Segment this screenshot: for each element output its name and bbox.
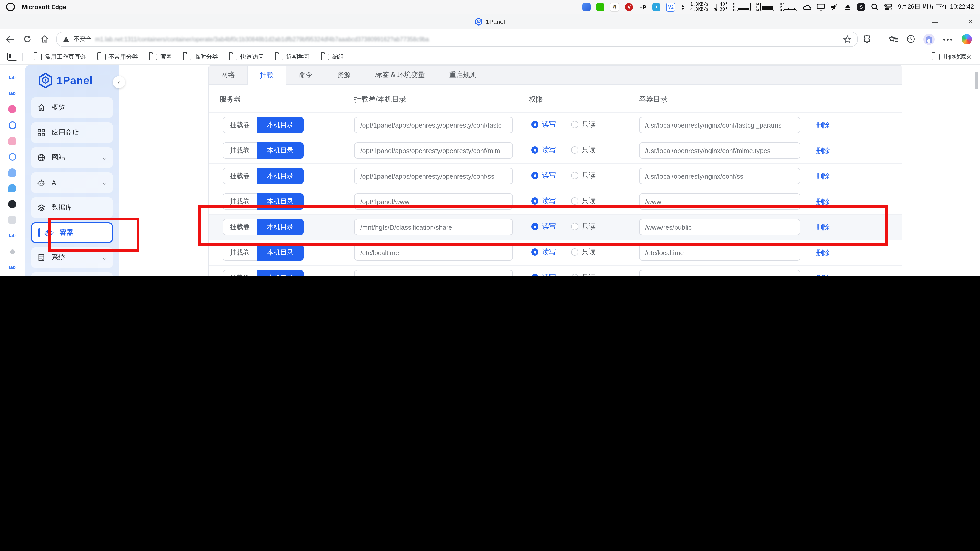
wechat-tray-icon[interactable] — [597, 3, 605, 11]
tab[interactable]: 挂载 — [247, 66, 286, 85]
strip-lab-site-icon[interactable]: lab — [6, 72, 18, 83]
read-only-radio[interactable]: 只读 — [571, 145, 596, 155]
host-path-input[interactable] — [354, 245, 513, 261]
bookmark-folder[interactable]: 官网 — [149, 53, 172, 60]
bookmark-folder[interactable]: 不常用分类 — [97, 53, 138, 60]
sidebar-item-app-store[interactable]: 应用商店 — [31, 122, 113, 143]
sidebar-item-website[interactable]: 网站⌄ — [31, 148, 113, 168]
bookmark-folder[interactable]: 近期学习 — [275, 53, 310, 60]
strip-box-site-icon[interactable] — [6, 214, 18, 225]
read-write-radio[interactable]: 读写 — [531, 222, 556, 231]
strip-bird-site-icon[interactable] — [6, 183, 18, 194]
host-path-input[interactable] — [354, 219, 513, 235]
read-write-radio[interactable]: 读写 — [531, 145, 556, 155]
apple-menu-icon[interactable] — [6, 3, 15, 11]
url-blurred-text[interactable]: m1.lab.net:1311/containers/container/ope… — [95, 36, 839, 42]
cloud-drive-icon[interactable] — [803, 3, 811, 11]
page-scrollbar[interactable] — [975, 72, 978, 89]
volume-toggle-option[interactable]: 挂载卷 — [223, 142, 257, 159]
delete-row-link[interactable]: 删除 — [816, 197, 830, 206]
host-dir-toggle-option[interactable]: 本机目录 — [257, 245, 304, 261]
container-path-input[interactable] — [639, 219, 800, 235]
mount-type-toggle[interactable]: 挂载卷 本机目录 — [223, 245, 304, 261]
read-only-radio[interactable]: 只读 — [571, 222, 596, 231]
container-path-input[interactable] — [639, 142, 800, 159]
v2ray-tray-icon[interactable]: V2 — [667, 2, 676, 11]
security-chip[interactable]: 不安全 — [73, 35, 91, 43]
bookmark-folder[interactable]: 快速访问 — [229, 53, 264, 60]
window-close-button[interactable]: ✕ — [968, 19, 973, 25]
strip-github-site-icon[interactable] — [6, 198, 18, 210]
strip-cloud-site-icon[interactable] — [6, 167, 18, 178]
home-button[interactable] — [37, 32, 52, 46]
volume-toggle-option[interactable]: 挂载卷 — [223, 245, 257, 261]
read-write-radio[interactable]: 读写 — [531, 197, 556, 206]
address-bar[interactable]: 不安全 m1.lab.net:1311/containers/container… — [56, 32, 858, 47]
host-dir-toggle-option[interactable]: 本机目录 — [257, 168, 304, 184]
copilot-icon[interactable] — [962, 34, 972, 44]
temperature-indicator[interactable]: 40°39° — [714, 2, 728, 12]
container-path-input[interactable] — [639, 245, 800, 261]
delete-row-link[interactable]: 删除 — [816, 274, 830, 275]
sidebar-item-system[interactable]: 系统⌄ — [31, 248, 113, 268]
volume-toggle-option[interactable]: 挂载卷 — [223, 270, 257, 275]
host-dir-toggle-option[interactable]: 本机目录 — [257, 270, 304, 275]
paste-tray-icon[interactable]: ⌐P — [639, 3, 647, 11]
v-red-tray-icon[interactable]: V — [625, 3, 633, 11]
strip-globe-site-icon[interactable] — [6, 151, 18, 162]
read-only-radio[interactable]: 只读 — [571, 171, 596, 180]
updown-arrows-icon[interactable]: ▲▼ — [681, 3, 685, 11]
history-icon[interactable] — [907, 35, 915, 43]
sidebar-item-database[interactable]: 数据库 — [31, 197, 113, 218]
network-speed[interactable]: 1.3KB/s4.3KB/s — [690, 2, 709, 12]
host-path-input[interactable] — [354, 193, 513, 210]
strip-lab-site-icon[interactable]: lab — [6, 230, 18, 241]
read-write-radio[interactable]: 读写 — [531, 273, 556, 275]
host-path-input[interactable] — [354, 168, 513, 184]
volume-toggle-option[interactable]: 挂载卷 — [223, 193, 257, 210]
display-icon[interactable] — [817, 3, 825, 11]
strip-paw-site-icon[interactable] — [6, 103, 18, 115]
host-dir-toggle-option[interactable]: 本机目录 — [257, 193, 304, 210]
strip-dot-site-icon[interactable] — [6, 246, 18, 257]
host-dir-toggle-option[interactable]: 本机目录 — [257, 117, 304, 133]
sidebar-item-ai[interactable]: AI⌄ — [31, 172, 113, 193]
active-tab[interactable]: 1Panel — [0, 14, 980, 29]
tab[interactable]: 资源 — [325, 66, 363, 84]
strip-globe-site-icon[interactable] — [6, 119, 18, 130]
window-maximize-button[interactable] — [950, 19, 956, 24]
menu-bar-clock[interactable]: 9月26日 周五 下午 10:22:42 — [898, 3, 974, 11]
tab[interactable]: 网络 — [209, 66, 247, 84]
host-dir-toggle-option[interactable]: 本机目录 — [257, 142, 304, 159]
delete-row-link[interactable]: 删除 — [816, 146, 830, 156]
read-write-radio[interactable]: 读写 — [531, 171, 556, 180]
volume-toggle-option[interactable]: 挂载卷 — [223, 117, 257, 133]
container-path-input[interactable] — [639, 168, 800, 184]
settings-more-icon[interactable]: ••• — [943, 35, 953, 43]
bookmark-folder[interactable]: 编组 — [321, 53, 344, 60]
sidebar-toggle-icon[interactable] — [7, 52, 18, 61]
read-write-radio[interactable]: 读写 — [531, 120, 556, 129]
container-path-input[interactable] — [639, 193, 800, 210]
tab[interactable]: 标签 & 环境变量 — [363, 66, 437, 84]
container-path-input[interactable] — [639, 117, 800, 133]
delete-row-link[interactable]: 删除 — [816, 248, 830, 258]
read-only-radio[interactable]: 只读 — [571, 197, 596, 206]
delete-row-link[interactable]: 删除 — [816, 121, 830, 130]
photos-tray-icon[interactable] — [583, 3, 591, 11]
host-dir-toggle-option[interactable]: 本机目录 — [257, 219, 304, 235]
read-write-radio[interactable]: 读写 — [531, 248, 556, 257]
bookmark-folder[interactable]: 常用工作页直链 — [34, 53, 86, 60]
read-only-radio[interactable]: 只读 — [571, 120, 596, 129]
favorites-list-icon[interactable] — [889, 35, 899, 43]
back-button[interactable] — [2, 32, 18, 46]
strip-cloud-site-icon[interactable] — [6, 135, 18, 146]
sidebar-item-overview[interactable]: 概览 — [31, 97, 113, 118]
refresh-button[interactable] — [19, 32, 35, 46]
bookmark-star-icon[interactable] — [843, 35, 852, 43]
control-center-icon[interactable] — [884, 3, 892, 11]
mount-type-toggle[interactable]: 挂载卷 本机目录 — [223, 117, 304, 133]
mount-type-toggle[interactable]: 挂载卷 本机目录 — [223, 270, 304, 275]
strip-lab-site-icon[interactable]: lab — [6, 88, 18, 99]
container-path-input[interactable] — [639, 270, 800, 275]
